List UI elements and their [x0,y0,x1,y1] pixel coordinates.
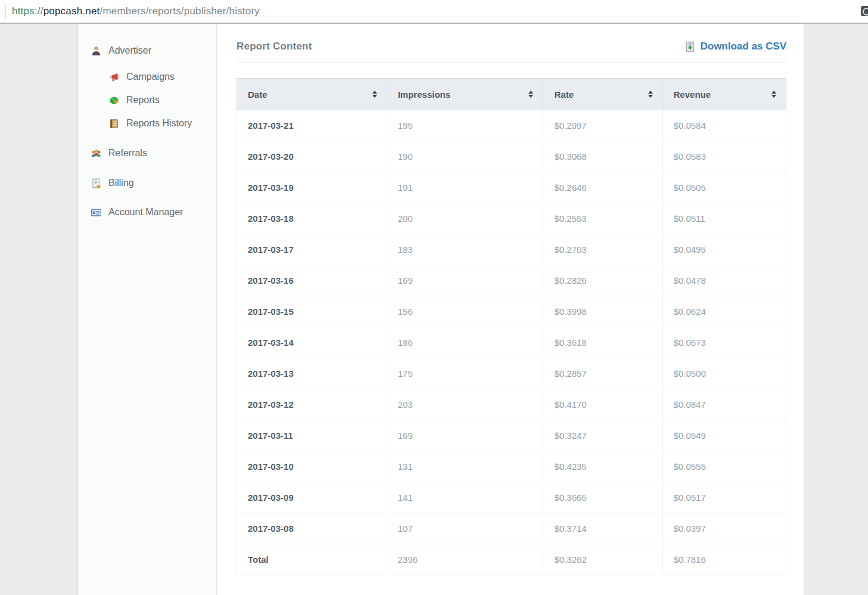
cell-date: Total [237,544,387,575]
sidebar-item-campaigns[interactable]: Campaigns [78,67,216,87]
table-row: 2017-03-17183$0.2703$0.0495 [237,234,786,265]
sidebar-item-label: Reports History [126,118,192,129]
heading-divider [237,62,786,63]
cell-revenue: $0.0673 [662,327,786,358]
main-panel: Advertiser Campaigns Reports Reports His… [77,24,804,595]
browser-extension-icon[interactable] [861,6,868,16]
cell-date: 2017-03-18 [237,203,387,234]
cell-impressions: 186 [387,327,543,358]
address-url: https://popcash.net/members/reports/publ… [12,5,260,17]
cell-impressions: 191 [387,172,543,203]
cell-date: 2017-03-15 [237,296,387,327]
column-header-impressions[interactable]: Impressions [387,79,543,110]
table-row: 2017-03-14186$0.3618$0.0673 [237,327,786,358]
cell-impressions: 203 [387,389,543,420]
sidebar-item-label: Billing [108,178,134,188]
table-row: 2017-03-21195$0.2997$0.0584 [237,110,786,141]
cell-impressions: 156 [387,296,543,327]
cell-impressions: 190 [387,141,543,172]
cell-rate: $0.3262 [543,544,662,575]
cell-date: 2017-03-12 [237,389,387,420]
sidebar-item-billing[interactable]: Billing [78,173,216,193]
sidebar-item-reports-history[interactable]: Reports History [78,113,216,134]
download-csv-link[interactable]: Download as CSV [685,41,786,52]
table-row: 2017-03-18200$0.2553$0.0511 [237,203,786,234]
cell-revenue: $0.0397 [662,513,786,544]
cell-revenue: $0.0624 [662,296,786,327]
column-header-label: Date [248,89,267,100]
table-row: 2017-03-15156$0.3998$0.0624 [237,296,786,327]
cell-date: 2017-03-20 [237,141,387,172]
sidebar-item-label: Account Manager [108,207,183,218]
cell-rate: $0.2826 [543,265,662,296]
cell-revenue: $0.0478 [662,265,786,296]
table-row: 2017-03-16169$0.2826$0.0478 [237,265,786,296]
url-domain: popcash.net [43,5,100,17]
cell-date: 2017-03-08 [237,513,387,544]
cell-rate: $0.3068 [543,141,662,172]
sidebar-item-label: Reports [126,95,160,106]
sort-icon [528,91,533,98]
cell-revenue: $0.7816 [662,544,786,575]
cell-date: 2017-03-16 [237,265,387,296]
cell-impressions: 2396 [387,544,543,575]
cell-rate: $0.4170 [543,389,662,420]
sidebar-item-label: Advertiser [108,45,151,56]
cell-revenue: $0.0517 [662,482,786,513]
cell-rate: $0.3665 [543,482,662,513]
referrals-icon [91,148,102,159]
cell-revenue: $0.0847 [662,389,786,420]
cell-date: 2017-03-17 [237,234,387,265]
column-header-label: Revenue [674,89,711,100]
cell-impressions: 107 [387,513,543,544]
table-row-total: Total2396$0.3262$0.7816 [237,544,786,575]
column-header-date[interactable]: Date [237,79,387,110]
cell-revenue: $0.0495 [662,234,786,265]
cell-rate: $0.2646 [543,172,662,203]
report-content-panel: Report Content Download as CSV DateImpre… [217,24,804,595]
cell-rate: $0.4235 [543,451,662,482]
column-header-label: Impressions [398,89,450,100]
cell-date: 2017-03-19 [237,172,387,203]
cell-revenue: $0.0511 [662,203,786,234]
reports-icon [108,95,120,106]
cell-impressions: 175 [387,358,543,389]
content-header: Report Content Download as CSV [237,41,786,52]
report-table-body: 2017-03-21195$0.2997$0.05842017-03-20190… [237,110,786,575]
sidebar-item-account-manager[interactable]: Account Manager [78,202,216,222]
cell-revenue: $0.0555 [662,451,786,482]
table-row: 2017-03-11169$0.3247$0.0549 [237,420,786,451]
billing-icon [91,178,102,189]
account-manager-icon [91,207,102,218]
table-row: 2017-03-12203$0.4170$0.0847 [237,389,786,420]
sidebar-item-label: Referrals [108,148,147,159]
page-title: Report Content [237,41,312,52]
column-header-revenue[interactable]: Revenue [662,79,786,110]
report-table: DateImpressionsRateRevenue 2017-03-21195… [237,78,786,575]
cell-rate: $0.3714 [543,513,662,544]
cell-revenue: $0.0500 [662,358,786,389]
sidebar-item-advertiser[interactable]: Advertiser [78,41,216,61]
table-row: 2017-03-09141$0.3665$0.0517 [237,482,786,513]
address-bar[interactable]: https://popcash.net/members/reports/publ… [0,0,868,24]
cell-impressions: 195 [387,110,543,141]
cell-date: 2017-03-13 [237,358,387,389]
column-header-rate[interactable]: Rate [543,79,662,110]
column-header-label: Rate [554,89,574,100]
cell-rate: $0.3247 [543,420,662,451]
campaigns-icon [108,72,120,83]
sidebar: Advertiser Campaigns Reports Reports His… [78,24,217,595]
table-row: 2017-03-19191$0.2646$0.0505 [237,172,786,203]
cell-impressions: 169 [387,420,543,451]
cell-rate: $0.2553 [543,203,662,234]
sidebar-item-reports[interactable]: Reports [78,90,216,110]
table-row: 2017-03-10131$0.4235$0.0555 [237,451,786,482]
cell-date: 2017-03-09 [237,482,387,513]
sidebar-item-referrals[interactable]: Referrals [78,143,216,163]
table-row: 2017-03-13175$0.2857$0.0500 [237,358,786,389]
url-scheme: https:// [12,5,43,17]
cell-rate: $0.3998 [543,296,662,327]
cell-impressions: 141 [387,482,543,513]
sort-icon [648,91,653,98]
cell-revenue: $0.0583 [662,141,786,172]
